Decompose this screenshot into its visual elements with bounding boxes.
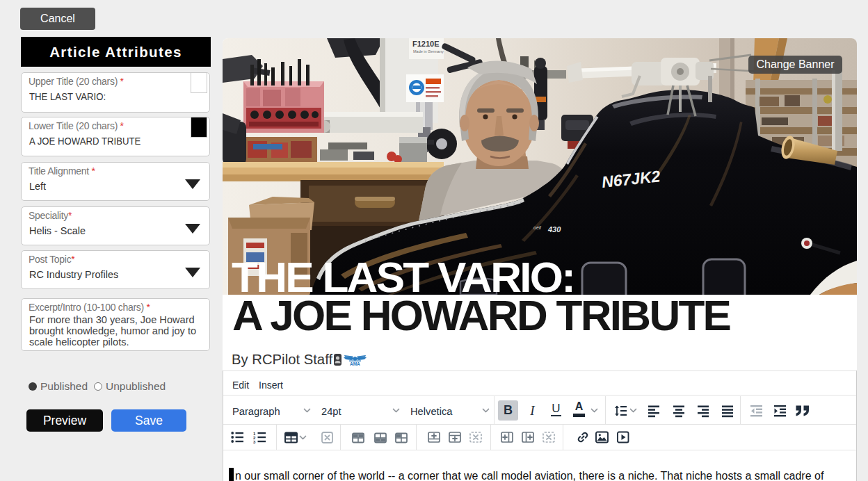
svg-text:oeil: oeil (533, 225, 541, 230)
svg-text:AMA: AMA (350, 361, 360, 366)
svg-text:F1210E: F1210E (412, 40, 440, 48)
svg-text:3: 3 (253, 440, 256, 444)
svg-text:Made in Germany: Made in Germany (413, 49, 444, 54)
svg-text:430: 430 (547, 225, 561, 234)
